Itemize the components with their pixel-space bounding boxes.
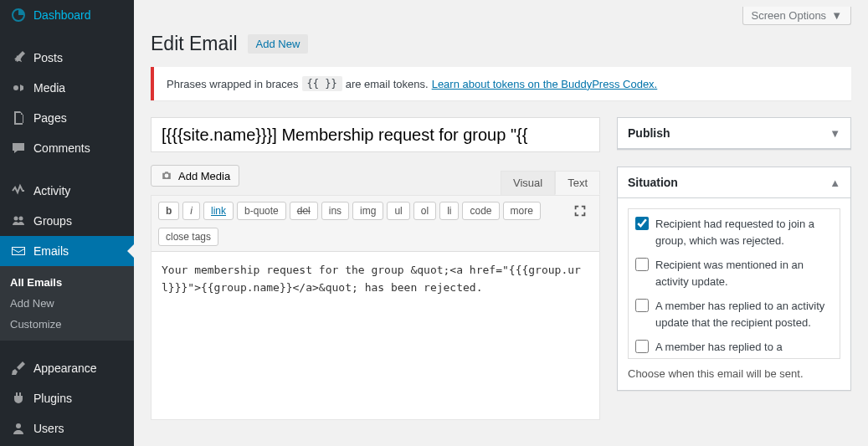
toolbar-bquote[interactable]: b-quote — [237, 202, 286, 220]
sidebar-item-media[interactable]: Media — [0, 73, 134, 103]
email-icon — [10, 243, 27, 259]
toolbar-close-tags[interactable]: close tags — [158, 228, 218, 246]
situation-checkbox[interactable] — [635, 258, 649, 271]
media-icon — [10, 79, 27, 96]
toolbar-more[interactable]: more — [503, 202, 541, 220]
situation-label: Recipient was mentioned in an activity u… — [655, 257, 833, 290]
groups-icon — [10, 213, 27, 229]
situation-checkbox[interactable] — [635, 340, 649, 353]
situation-title: Situation — [628, 176, 678, 189]
toolbar-li[interactable]: li — [439, 202, 459, 220]
sidebar-label: Media — [33, 81, 65, 95]
publish-postbox: Publish ▼ — [617, 117, 851, 150]
sidebar-item-comments[interactable]: Comments — [0, 133, 134, 163]
notice-text-mid: are email tokens. — [346, 78, 429, 90]
sidebar-label: Plugins — [33, 392, 72, 405]
situation-label: A member has replied to an activity upda… — [655, 298, 833, 331]
comment-icon — [10, 140, 27, 156]
sidebar-label: Dashboard — [33, 8, 91, 22]
toolbar-ins[interactable]: ins — [321, 202, 349, 220]
situation-header[interactable]: Situation ▲ — [618, 167, 850, 198]
situation-item[interactable]: Recipient was mentioned in an activity u… — [635, 257, 833, 290]
add-media-button[interactable]: Add Media — [151, 165, 239, 187]
dashboard-icon — [10, 7, 27, 23]
sidebar-item-emails[interactable]: Emails — [0, 236, 134, 266]
user-icon — [10, 420, 27, 437]
situation-label: A member has replied to a — [655, 339, 783, 356]
fullscreen-button[interactable] — [568, 201, 593, 221]
sidebar-item-groups[interactable]: Groups — [0, 206, 134, 236]
editor-box: b i link b-quote del ins img ul ol li co… — [151, 195, 600, 420]
toolbar-ol[interactable]: ol — [413, 202, 436, 220]
sidebar-sub-add-new[interactable]: Add New — [0, 293, 134, 314]
toolbar-code[interactable]: code — [462, 202, 499, 220]
sidebar-label: Comments — [33, 141, 90, 155]
notice-code: {{ }} — [302, 76, 342, 91]
screen-options-button[interactable]: Screen Options ▼ — [742, 7, 851, 25]
situation-postbox: Situation ▲ Recipient had requested to j… — [617, 167, 851, 391]
admin-sidebar: Dashboard Posts Media Pages Comments Act… — [0, 0, 134, 446]
sidebar-submenu-emails: All Emails Add New Customize — [0, 266, 134, 341]
sidebar-item-users[interactable]: Users — [0, 413, 134, 443]
svg-point-0 — [13, 85, 18, 90]
publish-title: Publish — [628, 126, 670, 140]
page-icon — [10, 110, 27, 126]
situation-checkbox[interactable] — [635, 217, 649, 230]
activity-icon — [10, 182, 27, 199]
sidebar-label: Groups — [33, 214, 72, 228]
add-media-label: Add Media — [178, 170, 230, 182]
chevron-up-icon: ▲ — [829, 177, 840, 189]
sidebar-label: Users — [33, 422, 64, 435]
toolbar-del[interactable]: del — [290, 202, 318, 220]
sidebar-item-posts[interactable]: Posts — [0, 43, 134, 73]
plug-icon — [10, 390, 27, 407]
editor-tab-visual[interactable]: Visual — [501, 171, 555, 195]
sidebar-item-pages[interactable]: Pages — [0, 103, 134, 133]
sidebar-label: Emails — [33, 244, 69, 258]
chevron-down-icon: ▼ — [831, 9, 842, 22]
situation-label: Recipient had requested to join a group,… — [655, 216, 833, 249]
svg-point-2 — [19, 217, 23, 221]
pin-icon — [10, 49, 27, 66]
page-title: Edit Email — [151, 33, 238, 55]
notice-text-pre: Phrases wrapped in braces — [167, 78, 299, 90]
sidebar-sub-all-emails[interactable]: All Emails — [0, 272, 134, 293]
sidebar-label: Appearance — [33, 361, 97, 375]
toolbar-link[interactable]: link — [203, 202, 234, 220]
sidebar-label: Pages — [33, 111, 67, 125]
situation-item[interactable]: A member has replied to a — [635, 339, 833, 356]
editor-tab-text[interactable]: Text — [555, 171, 600, 195]
editor-toolbar: b i link b-quote del ins img ul ol li co… — [152, 196, 599, 252]
situation-checkbox[interactable] — [635, 299, 649, 312]
situation-item[interactable]: Recipient had requested to join a group,… — [635, 216, 833, 249]
notice-link[interactable]: Learn about tokens on the BuddyPress Cod… — [432, 78, 658, 90]
toolbar-italic[interactable]: i — [182, 202, 200, 220]
sidebar-item-dashboard[interactable]: Dashboard — [0, 0, 134, 30]
sidebar-item-appearance[interactable]: Appearance — [0, 353, 134, 383]
svg-point-3 — [16, 423, 21, 428]
situation-list[interactable]: Recipient had requested to join a group,… — [628, 208, 840, 359]
toolbar-bold[interactable]: b — [158, 202, 179, 220]
brush-icon — [10, 360, 27, 377]
main-content: Screen Options ▼ Edit Email Add New Phra… — [134, 0, 868, 446]
situation-description: Choose when this email will be sent. — [628, 367, 840, 380]
chevron-down-icon: ▼ — [829, 127, 840, 140]
sidebar-label: Activity — [33, 184, 70, 197]
situation-item[interactable]: A member has replied to an activity upda… — [635, 298, 833, 331]
camera-icon — [160, 169, 173, 182]
screen-options-label: Screen Options — [752, 9, 827, 22]
toolbar-img[interactable]: img — [352, 202, 383, 220]
svg-point-1 — [14, 217, 18, 221]
publish-header[interactable]: Publish ▼ — [618, 118, 850, 149]
token-notice: Phrases wrapped in braces {{ }} are emai… — [151, 67, 851, 100]
add-new-button[interactable]: Add New — [248, 34, 309, 54]
toolbar-ul[interactable]: ul — [387, 202, 409, 220]
sidebar-item-plugins[interactable]: Plugins — [0, 383, 134, 413]
sidebar-label: Posts — [33, 51, 63, 64]
email-title-input[interactable] — [151, 117, 600, 152]
sidebar-sub-customize[interactable]: Customize — [0, 314, 134, 335]
editor-textarea[interactable]: Your membership request for the group &q… — [152, 252, 599, 419]
sidebar-item-activity[interactable]: Activity — [0, 176, 134, 206]
